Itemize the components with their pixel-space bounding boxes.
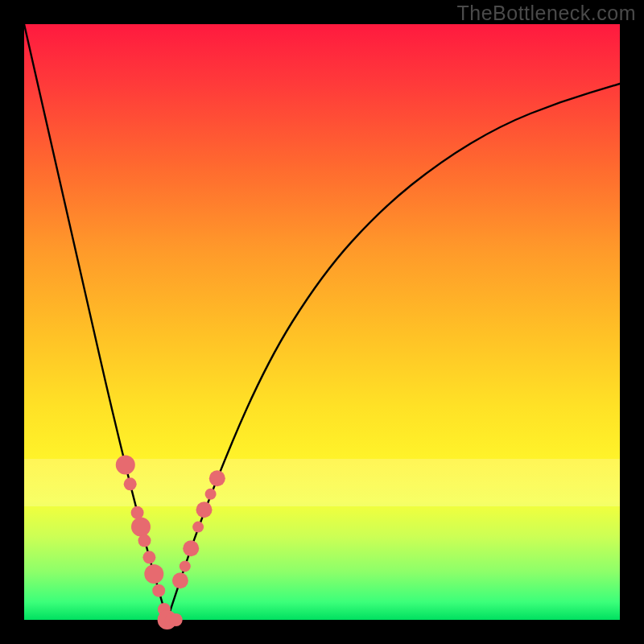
- data-point: [205, 489, 217, 500]
- data-point: [196, 502, 213, 518]
- data-point: [180, 560, 191, 572]
- data-point: [138, 535, 151, 547]
- data-point: [144, 564, 163, 584]
- data-point: [116, 456, 135, 475]
- chart-frame: TheBottleneck.com: [0, 0, 644, 644]
- data-point: [183, 540, 199, 556]
- data-point: [170, 613, 183, 626]
- watermark-text: TheBottleneck.com: [457, 2, 637, 25]
- data-point: [209, 470, 225, 486]
- data-point: [192, 522, 204, 533]
- bottleneck-curve: [24, 24, 620, 620]
- data-markers: [116, 456, 225, 630]
- plot-area: [24, 24, 620, 620]
- data-point: [131, 518, 151, 537]
- data-point: [142, 551, 155, 564]
- data-point: [131, 506, 144, 519]
- data-point: [124, 477, 137, 490]
- curve-right: [167, 84, 620, 620]
- data-point: [152, 584, 165, 597]
- data-point: [172, 572, 188, 588]
